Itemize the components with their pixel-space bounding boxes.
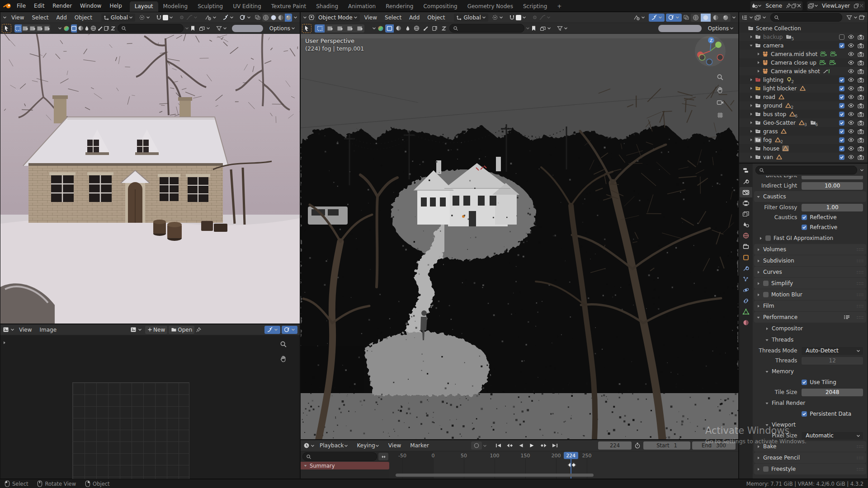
panel-motion-blur[interactable]: Motion Blur:::: bbox=[754, 289, 866, 300]
toolbar-search[interactable] bbox=[118, 24, 184, 33]
shading-wireframe-button[interactable] bbox=[691, 14, 701, 22]
tab-texture-paint[interactable]: Texture Paint bbox=[266, 1, 311, 12]
outliner-row-camera-mid-shot[interactable]: Camera.mid shot bbox=[739, 50, 868, 58]
shading-solid-button[interactable] bbox=[270, 14, 277, 22]
viewport-menu-select[interactable]: Select bbox=[382, 12, 405, 23]
disclosure-down-icon[interactable] bbox=[756, 315, 760, 319]
exclude-checkbox[interactable] bbox=[839, 146, 844, 151]
drag-dots-icon[interactable]: :::: bbox=[857, 304, 864, 308]
snap-target-swatch[interactable] bbox=[516, 15, 521, 20]
hide-viewport-eye-icon[interactable] bbox=[848, 34, 854, 39]
disclosure-down-icon[interactable] bbox=[749, 43, 753, 47]
panel-final-render[interactable]: Final Render bbox=[763, 398, 866, 408]
chevron-down-icon[interactable] bbox=[185, 26, 189, 30]
filter-sphere-icon[interactable] bbox=[394, 24, 403, 33]
panel-caustics[interactable]: Caustics bbox=[754, 191, 866, 202]
xray-toggle-icon[interactable] bbox=[255, 14, 261, 20]
active-tool-cursor-icon[interactable] bbox=[303, 25, 311, 32]
editor-type-chevron-icon[interactable] bbox=[303, 15, 307, 19]
disclosure-down-icon[interactable] bbox=[765, 401, 769, 405]
tab-compositing[interactable]: Compositing bbox=[418, 1, 462, 12]
tab-geometry-nodes[interactable]: Geometry Nodes bbox=[462, 1, 518, 12]
current-frame-field[interactable]: 224 bbox=[598, 441, 632, 450]
pivot-point-dropdown[interactable] bbox=[137, 14, 152, 22]
drag-dots-icon[interactable]: :::: bbox=[857, 455, 864, 460]
menu-help[interactable]: Help bbox=[105, 0, 126, 12]
gizmos-toggle[interactable] bbox=[220, 14, 236, 22]
select-mode-subtract-button[interactable] bbox=[335, 24, 344, 33]
viewport-menu-object[interactable]: Object bbox=[424, 12, 448, 23]
disable-render-camera-icon[interactable] bbox=[858, 60, 864, 66]
zoom-icon[interactable] bbox=[717, 74, 724, 81]
disclosure-right-icon[interactable] bbox=[756, 61, 760, 65]
outliner-row-light-blocker[interactable]: light blocker bbox=[739, 84, 868, 93]
outliner-row-backup[interactable]: backup5 bbox=[739, 33, 868, 41]
properties-tab-object-data-properties[interactable] bbox=[740, 306, 752, 317]
hide-viewport-eye-icon[interactable] bbox=[848, 146, 854, 151]
disclosure-right-icon[interactable] bbox=[756, 282, 760, 286]
tile-size-field[interactable]: 2048 bbox=[802, 389, 863, 396]
panel-performance[interactable]: Performance:::: bbox=[754, 312, 866, 323]
outliner-row-fog[interactable]: fog2 bbox=[739, 136, 868, 144]
orientation-dropdown[interactable]: Global bbox=[101, 14, 135, 22]
shading-material-button[interactable] bbox=[711, 14, 721, 22]
tab-scripting[interactable]: Scripting bbox=[518, 1, 552, 12]
tab-rendering[interactable]: Rendering bbox=[381, 1, 418, 12]
filter-dropdown[interactable] bbox=[214, 24, 229, 33]
menu-render[interactable]: Render bbox=[48, 0, 76, 12]
image-gizmos-toggle[interactable] bbox=[264, 326, 280, 334]
snapping-dropdown[interactable] bbox=[154, 14, 175, 22]
properties-tab-particles-properties[interactable] bbox=[740, 274, 752, 284]
disclosure-down-icon[interactable] bbox=[765, 338, 769, 342]
disclosure-right-icon[interactable] bbox=[749, 121, 753, 125]
disclosure-down-icon[interactable] bbox=[756, 195, 760, 199]
filter-z-icon[interactable] bbox=[439, 24, 448, 33]
properties-tab-render-properties[interactable] bbox=[740, 187, 752, 197]
outliner-row-road[interactable]: road bbox=[739, 93, 868, 101]
disclosure-right-icon[interactable] bbox=[749, 95, 753, 99]
hide-viewport-eye-icon[interactable] bbox=[848, 77, 854, 82]
drag-dots-icon[interactable]: :::: bbox=[857, 270, 864, 274]
outliner-row-lighting[interactable]: lighting2 bbox=[739, 75, 868, 84]
exclude-checkbox[interactable] bbox=[839, 120, 844, 126]
disclosure-right-icon[interactable] bbox=[749, 35, 753, 39]
panel-checkbox[interactable] bbox=[765, 235, 771, 241]
panel-threads[interactable]: Threads bbox=[763, 334, 866, 345]
exclude-checkbox[interactable] bbox=[839, 77, 844, 83]
filter-data-icon[interactable] bbox=[430, 24, 439, 33]
viewport-menu-add[interactable]: Add bbox=[406, 12, 423, 23]
jump-to-start-button[interactable] bbox=[493, 441, 504, 450]
drag-dots-icon[interactable]: :::: bbox=[857, 444, 864, 449]
copy-icon[interactable] bbox=[854, 3, 859, 9]
chevron-down-icon[interactable] bbox=[732, 15, 736, 19]
disable-render-camera-icon[interactable] bbox=[858, 43, 864, 48]
hide-viewport-eye-icon[interactable] bbox=[848, 69, 854, 74]
properties-search-input[interactable] bbox=[766, 167, 818, 174]
exclude-checkbox[interactable] bbox=[839, 94, 844, 100]
outliner-editor-icon[interactable] bbox=[741, 15, 748, 20]
disable-render-camera-icon[interactable] bbox=[858, 34, 864, 40]
disable-render-camera-icon[interactable] bbox=[858, 129, 864, 134]
active-tool-cursor-icon[interactable] bbox=[3, 25, 10, 32]
pan-hand-icon[interactable] bbox=[717, 86, 724, 94]
panel-grease-pencil[interactable]: Grease Pencil:::: bbox=[754, 452, 866, 463]
hide-viewport-eye-icon[interactable] bbox=[848, 86, 854, 91]
panel-compositor[interactable]: Compositor bbox=[763, 323, 866, 334]
disclosure-right-icon[interactable] bbox=[749, 112, 753, 116]
disable-render-camera-icon[interactable] bbox=[858, 120, 864, 126]
disclosure-right-icon[interactable] bbox=[756, 52, 760, 56]
copy-icon[interactable] bbox=[791, 3, 797, 9]
new-image-button[interactable]: New bbox=[145, 326, 167, 334]
menu-window[interactable]: Window bbox=[76, 0, 105, 12]
exclude-checkbox[interactable] bbox=[839, 86, 844, 91]
timeline-search[interactable] bbox=[302, 452, 377, 461]
shading-rendered-button[interactable] bbox=[285, 14, 292, 22]
chevron-down-icon[interactable] bbox=[10, 328, 14, 332]
viewport-menu-select[interactable]: Select bbox=[28, 12, 52, 23]
pixel-size-dropdown[interactable]: Automatic bbox=[802, 432, 863, 440]
image-editor-canvas[interactable] bbox=[0, 335, 300, 479]
shading-wireframe-button[interactable] bbox=[262, 14, 269, 22]
drag-dots-icon[interactable]: :::: bbox=[857, 258, 864, 263]
shading-rendered-button[interactable] bbox=[721, 14, 731, 22]
properties-tab-collection-properties[interactable] bbox=[740, 241, 752, 252]
